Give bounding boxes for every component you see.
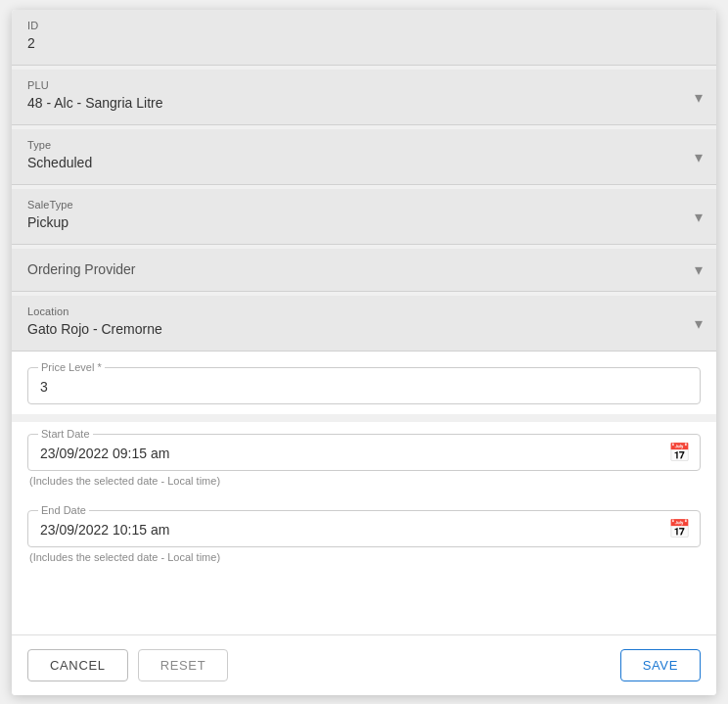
plu-chevron-icon: ▾: [695, 87, 703, 106]
location-value: Gato Rojo - Cremorne: [27, 319, 701, 339]
type-label: Type: [27, 139, 701, 151]
start-date-calendar-icon[interactable]: 📅: [668, 442, 690, 463]
location-field-group[interactable]: Location Gato Rojo - Cremorne ▾: [12, 296, 716, 352]
end-date-hint: (Includes the selected date - Local time…: [27, 551, 701, 563]
price-level-input[interactable]: [40, 379, 688, 395]
reset-button[interactable]: RESET: [138, 649, 229, 681]
end-date-input[interactable]: [40, 522, 688, 538]
cancel-button[interactable]: CANCEL: [27, 649, 128, 681]
sale-type-label: SaleType: [27, 199, 701, 211]
start-date-section: Start Date 📅 (Includes the selected date…: [12, 422, 716, 491]
type-chevron-icon: ▾: [695, 147, 703, 165]
start-date-input[interactable]: [40, 446, 688, 461]
sale-type-field-group[interactable]: SaleType Pickup ▾: [12, 189, 716, 245]
price-level-section: Price Level *: [12, 352, 716, 414]
location-chevron-icon: ▾: [695, 313, 703, 332]
end-date-calendar-icon[interactable]: 📅: [668, 518, 690, 540]
plu-value: 48 - Alc - Sangria Litre: [27, 93, 701, 113]
ordering-provider-chevron-icon: ▾: [695, 260, 703, 279]
end-date-field[interactable]: End Date 📅: [27, 510, 701, 547]
start-date-hint: (Includes the selected date - Local time…: [27, 475, 701, 487]
sale-type-chevron-icon: ▾: [695, 207, 703, 225]
end-date-section: End Date 📅 (Includes the selected date -…: [12, 498, 716, 567]
ordering-provider-label: Ordering Provider: [27, 261, 136, 277]
end-date-label: End Date: [38, 504, 89, 516]
price-level-field[interactable]: Price Level *: [27, 367, 701, 404]
id-field-group: ID 2: [12, 10, 716, 66]
footer-left-buttons: CANCEL RESET: [27, 649, 228, 681]
start-date-label: Start Date: [38, 428, 93, 440]
plu-field-group[interactable]: PLU 48 - Alc - Sangria Litre ▾: [12, 70, 716, 125]
start-date-field[interactable]: Start Date 📅: [27, 434, 701, 471]
id-value: 2: [27, 33, 701, 53]
location-label: Location: [27, 305, 701, 317]
form-footer: CANCEL RESET SAVE: [12, 634, 716, 695]
form-body: ID 2 PLU 48 - Alc - Sangria Litre ▾ Type…: [12, 10, 716, 634]
ordering-provider-field-group[interactable]: Ordering Provider ▾: [12, 249, 716, 292]
type-value: Scheduled: [27, 153, 701, 172]
sale-type-value: Pickup: [27, 212, 701, 232]
form-modal: ID 2 PLU 48 - Alc - Sangria Litre ▾ Type…: [12, 10, 716, 695]
type-field-group[interactable]: Type Scheduled ▾: [12, 129, 716, 185]
save-button[interactable]: SAVE: [620, 649, 701, 681]
id-label: ID: [27, 20, 701, 31]
price-level-label: Price Level *: [38, 361, 105, 373]
plu-label: PLU: [27, 79, 701, 91]
